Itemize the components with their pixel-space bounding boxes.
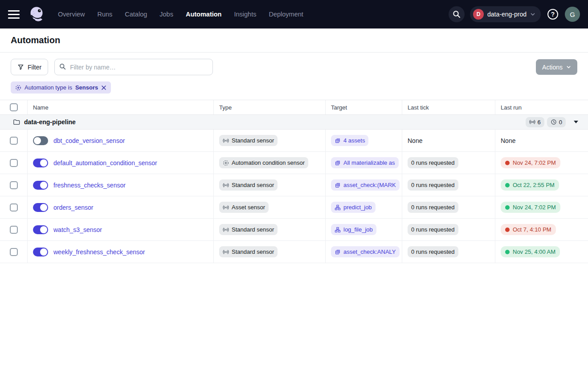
filter-button[interactable]: Filter: [11, 59, 48, 75]
sensor-enabled-toggle[interactable]: [33, 225, 48, 234]
last-tick-badge: 0 runs requested: [408, 157, 458, 168]
sensor-type-label: Standard sensor: [232, 226, 274, 233]
automation-table: Name Type Target Last tick Last run data…: [0, 100, 588, 263]
sensor-count-badge: 6: [526, 117, 544, 127]
last-run-label: Oct 22, 2:55 PM: [513, 182, 555, 188]
target-label: All materializable as: [343, 159, 395, 166]
sensor-icon: [223, 204, 229, 211]
target-link[interactable]: 4 assets: [331, 135, 368, 146]
last-run-status-pill[interactable]: Nov 24, 7:02 PM: [501, 202, 560, 213]
last-run-status-pill[interactable]: Oct 7, 4:10 PM: [501, 224, 556, 235]
sensor-name-link[interactable]: weekly_freshness_check_sensor: [53, 248, 145, 256]
asset-icon: [335, 160, 341, 166]
last-run-status-pill[interactable]: Nov 24, 7:02 PM: [501, 157, 560, 168]
target-link[interactable]: asset_check:(MARK: [331, 179, 400, 191]
last-tick-badge: 0 runs requested: [408, 224, 458, 235]
sensor-type-label: Standard sensor: [232, 137, 274, 144]
sensor-enabled-toggle[interactable]: [33, 203, 48, 212]
row-checkbox[interactable]: [10, 248, 18, 256]
page-header: Automation: [0, 28, 588, 53]
run-status-dot-icon: [505, 183, 510, 187]
sensor-name-link[interactable]: freshness_checks_sensor: [53, 182, 126, 189]
actions-button[interactable]: Actions: [536, 59, 577, 75]
help-button[interactable]: ?: [546, 8, 559, 21]
row-checkbox[interactable]: [10, 159, 18, 167]
row-checkbox[interactable]: [10, 181, 18, 189]
table-row: weekly_freshness_check_sensorStandard se…: [0, 241, 588, 263]
last-run-label: Nov 24, 7:02 PM: [513, 204, 556, 211]
target-link[interactable]: predict_job: [331, 202, 376, 213]
top-nav: OverviewRunsCatalogJobsAutomationInsight…: [0, 0, 588, 28]
select-all-checkbox[interactable]: [10, 103, 18, 111]
target-link[interactable]: asset_check:ANALY: [331, 246, 400, 257]
table-row: orders_sensorAsset sensorpredict_job0 ru…: [0, 196, 588, 219]
table-row: default_automation_condition_sensorAutom…: [0, 152, 588, 174]
nav-item-catalog[interactable]: Catalog: [125, 11, 147, 18]
dagster-logo-icon[interactable]: [28, 5, 46, 24]
target-label: predict_job: [343, 204, 372, 211]
target-label: log_file_job: [343, 226, 373, 233]
last-tick-label: 0 runs requested: [411, 159, 455, 166]
hamburger-menu-icon[interactable]: [8, 10, 20, 19]
sensor-name-link[interactable]: orders_sensor: [53, 204, 94, 211]
code-location-group-row[interactable]: data-eng-pipeline 6 0: [0, 115, 588, 130]
search-icon: [453, 10, 461, 18]
group-name: data-eng-pipeline: [24, 118, 76, 126]
automation-icon: [223, 160, 229, 166]
sensor-enabled-toggle[interactable]: [33, 136, 48, 145]
table-header-row: Name Type Target Last tick Last run: [0, 100, 588, 115]
search-button[interactable]: [449, 6, 465, 22]
page-title: Automation: [11, 35, 60, 45]
deployment-name: data-eng-prod: [487, 11, 527, 18]
last-run-none: None: [501, 137, 515, 144]
last-run-status-pill[interactable]: Oct 22, 2:55 PM: [501, 179, 559, 191]
nav-item-insights[interactable]: Insights: [234, 11, 256, 18]
deployment-avatar: D: [473, 9, 484, 20]
collapse-caret-icon[interactable]: [574, 121, 578, 123]
sensor-type-badge: Standard sensor: [219, 246, 278, 257]
last-tick-label: 0 runs requested: [411, 226, 455, 233]
help-icon: ?: [547, 9, 558, 20]
nav-item-automation[interactable]: Automation: [186, 11, 222, 18]
target-label: 4 assets: [343, 137, 365, 144]
last-tick-badge: 0 runs requested: [408, 179, 458, 191]
user-avatar[interactable]: G: [565, 7, 580, 22]
last-tick-badge: 0 runs requested: [408, 246, 458, 257]
automation-condition-icon: [15, 85, 21, 91]
row-checkbox[interactable]: [10, 137, 18, 145]
run-status-dot-icon: [505, 250, 510, 254]
filter-button-label: Filter: [28, 64, 41, 71]
toolbar: Filter Actions: [0, 53, 588, 81]
filter-by-name-input[interactable]: [54, 59, 213, 75]
filter-chip-automation-type[interactable]: Automation type is Sensors: [11, 81, 111, 94]
row-checkbox[interactable]: [10, 203, 18, 211]
target-link[interactable]: log_file_job: [331, 224, 376, 235]
sensor-enabled-toggle[interactable]: [33, 248, 48, 256]
nav-item-runs[interactable]: Runs: [97, 11, 112, 18]
sensor-name-link[interactable]: default_automation_condition_sensor: [53, 159, 157, 167]
nav-item-overview[interactable]: Overview: [58, 11, 85, 18]
actions-button-label: Actions: [542, 64, 563, 71]
sensor-name-link[interactable]: dbt_code_version_sensor: [53, 137, 125, 144]
table-body: dbt_code_version_sensorStandard sensor4 …: [0, 130, 588, 263]
sensor-enabled-toggle[interactable]: [33, 159, 48, 167]
last-tick-none: None: [408, 137, 422, 144]
nav-item-deployment[interactable]: Deployment: [269, 11, 303, 18]
sensor-type-badge: Standard sensor: [219, 135, 278, 146]
last-run-label: Oct 7, 4:10 PM: [513, 226, 551, 233]
filter-chip-value: Sensors: [75, 84, 98, 91]
sensor-type-label: Standard sensor: [232, 248, 274, 255]
run-status-dot-icon: [505, 205, 510, 210]
last-run-label: Nov 25, 4:00 AM: [513, 248, 555, 255]
sensor-enabled-toggle[interactable]: [33, 181, 48, 190]
funnel-icon: [17, 64, 24, 70]
deployment-switcher[interactable]: D data-eng-prod: [470, 6, 541, 22]
nav-item-jobs[interactable]: Jobs: [159, 11, 173, 18]
last-tick-label: 0 runs requested: [411, 182, 455, 188]
close-icon[interactable]: [101, 85, 106, 90]
sensor-count: 6: [538, 119, 541, 126]
row-checkbox[interactable]: [10, 226, 18, 234]
sensor-name-link[interactable]: watch_s3_sensor: [53, 226, 102, 233]
target-link[interactable]: All materializable as: [331, 157, 399, 168]
last-run-status-pill[interactable]: Nov 25, 4:00 AM: [501, 246, 560, 257]
